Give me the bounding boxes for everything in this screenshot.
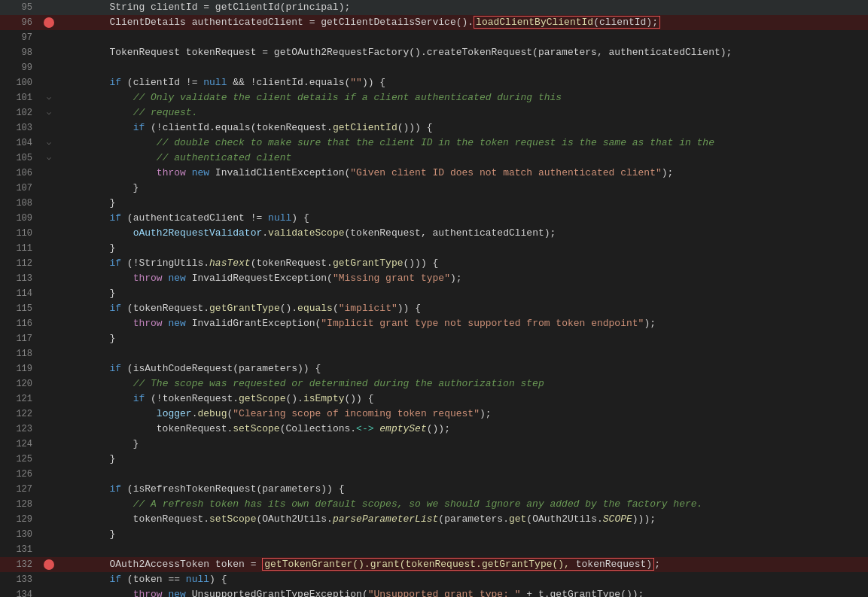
code-line: 127 if (isRefreshTokenRequest(parameters… [0,482,868,497]
line-number: 109 [0,211,41,226]
code-line: 115 if (tokenRequest.getGrantType().equa… [0,301,868,316]
code-line: 104⌵ // double check to make sure that t… [0,136,868,151]
code-line: 124 } [0,437,868,452]
code-text: // authenticated client [56,151,868,166]
code-line: 116 throw new InvalidGrantException("Imp… [0,316,868,331]
line-number: 115 [0,301,41,316]
code-line: 126 [0,467,868,482]
code-text: String clientId = getClientId(principal)… [56,0,868,15]
highlighted-method-call: getTokenGranter().grant(tokenRequest.get… [262,558,654,571]
code-text: if (isAuthCodeRequest(parameters)) { [56,361,868,376]
line-number: 134 [0,587,41,597]
code-text: if (clientId != null && !clientId.equals… [56,75,868,90]
code-line: 129 tokenRequest.setScope(OAuth2Utils.pa… [0,512,868,527]
code-line: 114 } [0,286,868,301]
code-text: throw new UnsupportedGrantTypeException(… [56,587,868,597]
code-line: 106 throw new InvalidClientException("Gi… [0,166,868,181]
fold-arrow-icon[interactable]: ⌵ [44,138,54,148]
code-editor: 95 String clientId = getClientId(princip… [0,0,868,597]
line-number: 121 [0,391,41,407]
code-line: 111 } [0,241,868,256]
line-number: 104 [0,136,41,151]
line-number: 103 [0,120,41,136]
line-number: 114 [0,286,41,301]
code-text: if (token == null) { [56,572,868,587]
line-number: 123 [0,422,41,437]
code-line: 110 oAuth2RequestValidator.validateScope… [0,226,868,241]
line-gutter: ⌵ [41,153,56,163]
fold-arrow-icon[interactable]: ⌵ [44,108,54,118]
code-line: 95 String clientId = getClientId(princip… [0,0,868,15]
line-number: 108 [0,196,41,211]
line-number: 95 [0,0,41,15]
line-number: 96 [0,15,41,30]
line-number: 118 [0,346,41,361]
line-gutter: ⌵ [41,93,56,103]
line-number: 120 [0,376,41,391]
line-number: 97 [0,30,41,45]
code-line: 103 if (!clientId.equals(tokenRequest.ge… [0,120,868,136]
line-gutter [41,17,56,28]
code-line: 102⌵ // request. [0,105,868,120]
line-number: 133 [0,572,41,587]
code-line: 107 } [0,181,868,196]
breakpoint-icon[interactable] [44,17,54,28]
code-text: } [56,196,868,211]
highlighted-method: loadClientByClientId(clientId); [474,16,660,29]
line-number: 99 [0,60,41,75]
fold-arrow-icon[interactable]: ⌵ [44,93,54,103]
line-number: 130 [0,527,41,542]
code-line: 133 if (token == null) { [0,572,868,587]
code-text: if (tokenRequest.getGrantType().equals("… [56,301,868,316]
line-number: 128 [0,497,41,512]
line-number: 113 [0,271,41,286]
code-line: 97 [0,30,868,45]
line-number: 126 [0,467,41,482]
line-number: 119 [0,361,41,376]
code-line: 99 [0,60,868,75]
code-text: } [56,331,868,346]
fold-arrow-icon[interactable]: ⌵ [44,153,54,163]
code-line: 117 } [0,331,868,346]
code-text: logger.debug("Clearing scope of incoming… [56,407,868,422]
code-text: if (isRefreshTokenRequest(parameters)) { [56,482,868,497]
line-gutter: ⌵ [41,108,56,118]
code-text: } [56,527,868,542]
code-text: oAuth2RequestValidator.validateScope(tok… [56,226,868,241]
line-number: 98 [0,45,41,60]
line-number: 110 [0,226,41,241]
breakpoint-icon[interactable] [44,559,54,570]
code-text: throw new InvalidClientException("Given … [56,166,868,181]
line-number: 129 [0,512,41,527]
code-line: 131 [0,542,868,557]
code-line: 118 [0,346,868,361]
line-number: 112 [0,256,41,271]
code-line: 113 throw new InvalidRequestException("M… [0,271,868,286]
line-number: 111 [0,241,41,256]
code-text: OAuth2AccessToken token = getTokenGrante… [56,557,868,572]
code-text: } [56,181,868,196]
code-line: 108 } [0,196,868,211]
code-text: throw new InvalidRequestException("Missi… [56,271,868,286]
code-text: tokenRequest.setScope(OAuth2Utils.parseP… [56,512,868,527]
code-text: ClientDetails authenticatedClient = getC… [56,15,868,30]
code-line: 120 // The scope was requested or determ… [0,376,868,391]
code-line: 132 OAuth2AccessToken token = getTokenGr… [0,557,868,572]
code-line: 134 throw new UnsupportedGrantTypeExcept… [0,587,868,597]
line-number: 124 [0,437,41,452]
code-text: // request. [56,105,868,120]
code-line: 122 logger.debug("Clearing scope of inco… [0,407,868,422]
line-number: 116 [0,316,41,331]
code-text: throw new InvalidGrantException("Implici… [56,316,868,331]
code-line: 130 } [0,527,868,542]
line-gutter [41,559,56,570]
line-number: 132 [0,557,41,572]
code-text: tokenRequest.setScope(Collections.<-> em… [56,422,868,437]
code-line: 96 ClientDetails authenticatedClient = g… [0,15,868,30]
code-text: if (!clientId.equals(tokenRequest.getCli… [56,120,868,136]
code-line: 121 if (!tokenRequest.getScope().isEmpty… [0,391,868,407]
line-number: 102 [0,105,41,120]
code-text: } [56,286,868,301]
code-line: 125 } [0,452,868,467]
line-number: 122 [0,407,41,422]
